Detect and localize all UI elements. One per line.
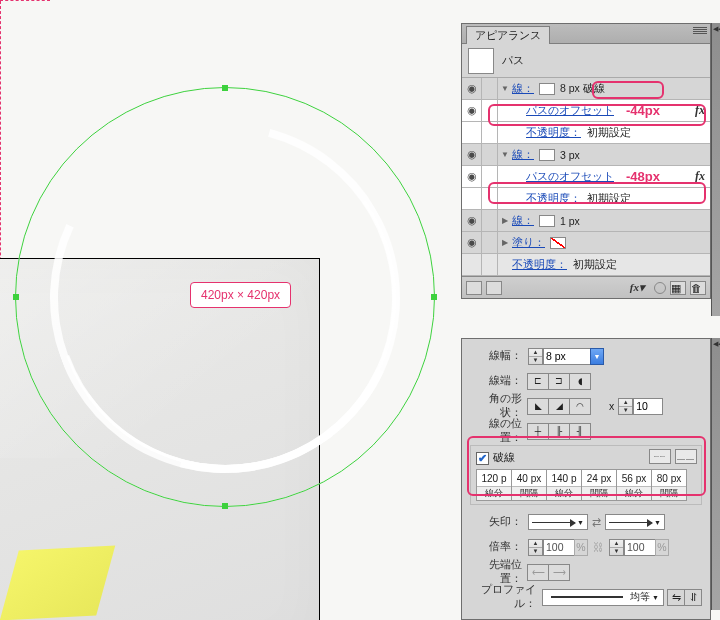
panel-menu-icon[interactable]: [693, 27, 707, 39]
collapse-arrow-icon[interactable]: ◀◀: [713, 25, 720, 33]
stroke-row-2[interactable]: ◉ ▼ 線： 3 px: [462, 144, 710, 166]
flip-across-button[interactable]: ⥯: [684, 589, 702, 606]
stroke-panel: 線幅： ▲▼ ▼ 線端： ⊏⊐◖ 角の形状： ◣◢◠ x ▲▼ 線の位置： ┼╟…: [461, 338, 711, 620]
dash-value[interactable]: 140 p: [547, 470, 581, 486]
dash-label: 間隔: [512, 486, 546, 500]
dash-cells: 120 p線分40 px間隔140 p線分24 px間隔56 px線分80 px…: [476, 469, 696, 501]
visibility-toggle-icon[interactable]: ◉: [462, 78, 482, 99]
opacity-link[interactable]: 不透明度：: [526, 126, 581, 140]
dash-cell[interactable]: 24 px間隔: [581, 469, 617, 501]
stroke-link[interactable]: 線：: [512, 82, 534, 96]
scale-a-stepper: ▲▼: [528, 539, 543, 556]
opacity-row[interactable]: 不透明度： 初期設定: [462, 122, 710, 144]
stroke-weight-label: 線幅：: [470, 349, 528, 363]
dash-value[interactable]: 24 px: [582, 470, 616, 486]
tab-appearance[interactable]: アピアランス: [466, 26, 550, 44]
fill-link[interactable]: 塗り：: [512, 236, 545, 250]
flip-along-button[interactable]: ⇋: [667, 589, 685, 606]
delete-item-button[interactable]: 🗑: [690, 281, 706, 295]
cap-options[interactable]: ⊏⊐◖: [528, 373, 591, 390]
stroke-color-swatch[interactable]: [539, 215, 555, 227]
profile-select[interactable]: 均等 ▼: [542, 589, 664, 606]
offset-path-row-2[interactable]: ◉ パスのオフセット -48px fx: [462, 166, 710, 188]
weight-dropdown[interactable]: ▼: [590, 348, 604, 365]
offset-path-link[interactable]: パスのオフセット: [526, 170, 614, 184]
join-options[interactable]: ◣◢◠: [528, 398, 591, 415]
visibility-toggle-icon[interactable]: ◉: [462, 144, 482, 165]
disclosure-triangle-icon[interactable]: ▼: [498, 150, 512, 159]
anchor-handle[interactable]: [222, 85, 228, 91]
stroke-row-3[interactable]: ◉ ▶ 線： 1 px: [462, 210, 710, 232]
arrow-label: 矢印：: [470, 515, 528, 529]
canvas-area[interactable]: 420px × 420px: [0, 0, 460, 620]
dash-value[interactable]: 80 px: [652, 470, 686, 486]
swap-arrows-icon[interactable]: ⇄: [592, 516, 601, 528]
arrow-end-select[interactable]: ▼: [605, 514, 665, 530]
weight-stepper[interactable]: ▲▼: [528, 348, 543, 365]
arrow-scale-row: 倍率： ▲▼ % ⛓ ▲▼ %: [470, 536, 702, 558]
stroke-row-1[interactable]: ◉ ▼ 線： 8 px 破線: [462, 78, 710, 100]
arrow-start-select[interactable]: ▼: [528, 514, 588, 530]
offset-path-row-1[interactable]: ◉ パスのオフセット -44px fx: [462, 100, 710, 122]
join-label: 角の形状：: [470, 392, 528, 420]
fx-icon[interactable]: fx: [695, 103, 705, 118]
anchor-handle[interactable]: [222, 503, 228, 509]
scale-b-stepper: ▲▼: [609, 539, 624, 556]
stroke-color-swatch[interactable]: [539, 83, 555, 95]
dash-align-corners-button[interactable]: ⸏⸏: [675, 449, 697, 464]
clear-appearance-button[interactable]: [654, 282, 666, 294]
dash-value[interactable]: 56 px: [617, 470, 651, 486]
align-options[interactable]: ┼╟╢: [528, 423, 591, 440]
stroke-link[interactable]: 線：: [512, 214, 534, 228]
clear-button[interactable]: [486, 281, 502, 295]
anchor-handle[interactable]: [431, 294, 437, 300]
visibility-toggle-icon[interactable]: ◉: [462, 100, 482, 121]
collapse-arrow-icon[interactable]: ◀◀: [713, 340, 720, 348]
miter-x-label: x: [609, 400, 614, 412]
duplicate-item-button[interactable]: ▦: [670, 281, 686, 295]
stroke-value[interactable]: 3 px: [560, 149, 580, 161]
visibility-toggle-icon[interactable]: ◉: [462, 232, 482, 253]
final-opacity-row[interactable]: 不透明度： 初期設定: [462, 254, 710, 276]
dash-cell[interactable]: 140 p線分: [546, 469, 582, 501]
fill-color-swatch-none[interactable]: [550, 237, 566, 249]
appearance-panel-footer: fx▾ ▦ 🗑: [462, 276, 710, 298]
opacity-link[interactable]: 不透明度：: [512, 258, 567, 272]
dash-cell[interactable]: 56 px線分: [616, 469, 652, 501]
miter-limit-input[interactable]: [633, 398, 663, 415]
disclosure-triangle-icon[interactable]: ▶: [498, 238, 512, 247]
fx-icon[interactable]: fx: [695, 169, 705, 184]
stroke-link[interactable]: 線：: [512, 148, 534, 162]
dash-cell[interactable]: 120 p線分: [476, 469, 512, 501]
align-label: 線の位置：: [470, 417, 528, 445]
stroke-color-swatch[interactable]: [539, 149, 555, 161]
panel-dock-strip[interactable]: ◀◀: [711, 338, 720, 610]
slot: [482, 78, 498, 99]
dash-checkbox[interactable]: ✔: [476, 452, 489, 465]
dash-value[interactable]: 40 px: [512, 470, 546, 486]
add-effect-button[interactable]: fx▾: [630, 281, 645, 294]
dash-label: 線分: [617, 486, 651, 500]
dash-align-exact-button[interactable]: ┈┈: [649, 449, 671, 464]
dash-cell[interactable]: 80 px間隔: [651, 469, 687, 501]
opacity-value: 初期設定: [573, 258, 617, 272]
yellow-cube-shape[interactable]: [0, 546, 115, 620]
anchor-handle[interactable]: [13, 294, 19, 300]
disclosure-triangle-icon[interactable]: ▼: [498, 84, 512, 93]
align-row: 線の位置： ┼╟╢: [470, 420, 702, 442]
dash-cell[interactable]: 40 px間隔: [511, 469, 547, 501]
dash-value[interactable]: 120 p: [477, 470, 511, 486]
visibility-toggle-icon[interactable]: ◉: [462, 210, 482, 231]
disclosure-triangle-icon[interactable]: ▶: [498, 216, 512, 225]
visibility-toggle-icon[interactable]: ◉: [462, 166, 482, 187]
stroke-value[interactable]: 8 px 破線: [560, 82, 605, 96]
miter-stepper[interactable]: ▲▼: [618, 398, 633, 415]
stroke-weight-input[interactable]: [543, 348, 591, 365]
fill-row[interactable]: ◉ ▶ 塗り：: [462, 232, 710, 254]
opacity-row[interactable]: 不透明度： 初期設定: [462, 188, 710, 210]
panel-dock-strip[interactable]: ◀◀: [711, 23, 720, 316]
opacity-link[interactable]: 不透明度：: [526, 192, 581, 206]
offset-path-link[interactable]: パスのオフセット: [526, 104, 614, 118]
new-art-basic-button[interactable]: [466, 281, 482, 295]
stroke-value[interactable]: 1 px: [560, 215, 580, 227]
